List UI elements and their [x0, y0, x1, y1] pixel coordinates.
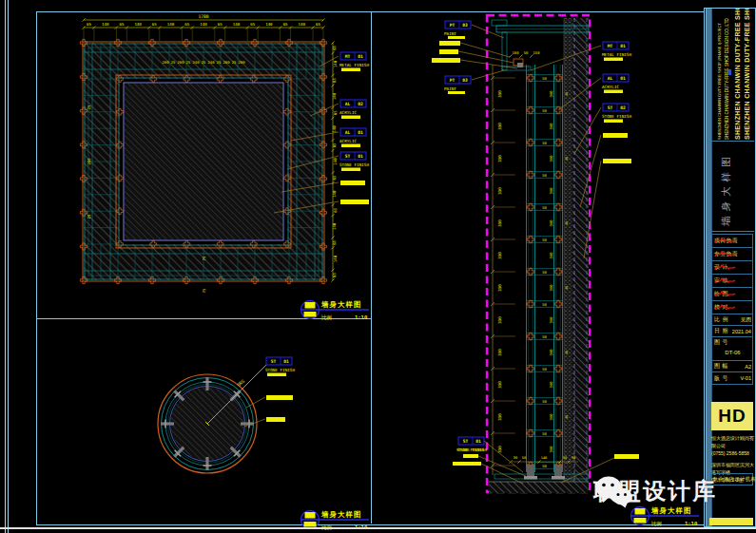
svg-text:350: 350 — [497, 155, 502, 162]
section-left-tag: PT03PAINT — [444, 76, 471, 91]
svg-text:140: 140 — [333, 190, 338, 198]
project-marker — [727, 69, 731, 75]
svg-text:340: 340 — [549, 413, 553, 421]
svg-text:墙身大样图: 墙身大样图 — [650, 506, 692, 515]
svg-text:350: 350 — [497, 252, 502, 259]
svg-text:140: 140 — [200, 22, 207, 27]
svg-text:50: 50 — [542, 302, 547, 307]
svg-text:140: 140 — [333, 92, 338, 100]
section-right-tag: AL01ACRYLIC — [602, 74, 629, 93]
circle-material-tag: ST01STONE FINISH — [265, 357, 295, 376]
svg-text:65: 65 — [316, 22, 320, 27]
titleblock-bottom-bar — [709, 518, 753, 525]
plan-material-tag — [340, 200, 369, 204]
svg-text:50: 50 — [542, 334, 547, 339]
svg-text:50: 50 — [522, 456, 526, 460]
signature-scribble — [714, 302, 736, 313]
svg-text:350: 350 — [497, 381, 502, 389]
svg-text:ACRYLIC: ACRYLIC — [339, 139, 358, 143]
titleblock-sign-row: 校 对 — [712, 301, 752, 314]
svg-text:01: 01 — [475, 439, 481, 444]
titleblock-sign-row: 专业负责 — [712, 248, 752, 261]
svg-text:40: 40 — [565, 92, 569, 96]
svg-text:65: 65 — [333, 45, 338, 49]
titleblock-info-row: 图 号DT-06 — [712, 337, 752, 361]
svg-text:65: 65 — [333, 207, 338, 212]
drawing-title-vertical: 墙身大样图 — [720, 153, 733, 227]
page-edge-line-inner — [8, 0, 9, 533]
svg-text:PAINT: PAINT — [444, 31, 456, 36]
svg-text:140: 140 — [265, 22, 273, 27]
page-edge-line-outer — [5, 0, 6, 533]
svg-text:140: 140 — [333, 255, 338, 262]
svg-text:200 25 200 25 240 25: 200 25 200 25 240 25 240 25 200 25 200 — [163, 60, 246, 65]
titleblock-info-row: 图 幅A2 — [712, 361, 752, 372]
project-name-big2: SHENZHEN CHANWIN DUTY-FREE SHOP DESIGN — [744, 8, 750, 140]
plan-material-tag: AL01ACRYLIC — [339, 128, 366, 147]
titleblock-row-label: 版 号 — [714, 374, 728, 383]
plan-material-tag: AL02ACRYLIC — [339, 100, 366, 119]
titleblock-rows: 项目负责专业负责设 计审 核绘 图校 对比 例见图日 期2021.04图 号DT… — [711, 234, 753, 385]
svg-text:01: 01 — [358, 130, 363, 135]
titleblock-row-value: A2 — [745, 364, 751, 370]
signature-scribble — [714, 249, 736, 259]
titleblock-info-row: 版 号V-01 — [712, 372, 752, 384]
titleblock-row-value: 2021.04 — [732, 329, 751, 334]
square-plan-detail-drawing: 1780651406514065140651406514065140651406… — [36, 10, 371, 319]
svg-text:50: 50 — [542, 367, 547, 371]
svg-text:340: 340 — [549, 316, 553, 324]
svg-text:01: 01 — [620, 44, 626, 48]
svg-text:150: 150 — [533, 50, 541, 55]
svg-text:340: 340 — [549, 155, 553, 162]
drawing-title: 墙身大样图比例1:10 — [630, 506, 699, 527]
svg-text:65: 65 — [333, 110, 338, 115]
svg-text:340: 340 — [549, 252, 553, 259]
svg-text:65: 65 — [333, 143, 338, 147]
svg-text:STONE FINISH: STONE FINISH — [456, 447, 484, 452]
svg-text:50: 50 — [542, 141, 547, 145]
svg-text:140: 140 — [233, 22, 241, 27]
svg-text:40: 40 — [565, 221, 569, 225]
titleblock-row-label: 比 例 — [714, 315, 728, 324]
svg-text:340: 340 — [549, 219, 553, 227]
svg-text:350: 350 — [497, 316, 502, 324]
svg-text:50: 50 — [542, 238, 547, 242]
svg-text:01: 01 — [620, 76, 626, 81]
svg-text:墙身大样图: 墙身大样图 — [320, 510, 362, 519]
svg-text:ACRYLIC: ACRYLIC — [602, 85, 620, 89]
svg-text:50: 50 — [542, 108, 547, 113]
svg-text:40: 40 — [565, 351, 569, 354]
svg-text:MT: MT — [608, 44, 613, 48]
svg-text:AL: AL — [608, 76, 613, 81]
svg-text:50: 50 — [563, 456, 567, 460]
svg-text:350: 350 — [497, 413, 502, 421]
svg-text:65: 65 — [333, 78, 338, 83]
project-name-mid: SHENZHEN CHANWIN DUTY-FREE SHOP DESIGN C… — [725, 18, 729, 140]
svg-text:140: 140 — [167, 22, 175, 27]
svg-text:140: 140 — [333, 222, 338, 230]
section-right-tag: MT01METAL FINISH — [602, 42, 631, 61]
svg-text:PT: PT — [450, 23, 456, 28]
titleblock-divider — [707, 141, 754, 142]
svg-text:65: 65 — [283, 22, 288, 27]
svg-text:65: 65 — [333, 273, 338, 277]
svg-text:ST: ST — [271, 359, 277, 364]
svg-text:50: 50 — [524, 50, 529, 55]
svg-text:65: 65 — [119, 22, 124, 27]
company-info-line: 恒大酒店设计顾问有限公司 — [711, 434, 754, 449]
plan-material-tag: MT01METAL FINISH — [339, 52, 369, 71]
drawing-title: 墙身大样图比例1:10 — [300, 300, 369, 321]
svg-text:1780: 1780 — [198, 14, 208, 19]
plan-material-tag — [340, 181, 365, 185]
svg-text:100: 100 — [513, 50, 520, 55]
svg-text:140: 140 — [102, 22, 109, 27]
svg-text:AL: AL — [345, 130, 351, 135]
svg-text:ACRYLIC: ACRYLIC — [339, 110, 358, 115]
section-right-tag — [603, 133, 628, 138]
titleblock-sign-row: 审 核 — [712, 275, 752, 288]
svg-text:50: 50 — [542, 76, 547, 81]
svg-text:PAINT: PAINT — [444, 86, 456, 91]
svg-text:ST: ST — [345, 154, 351, 159]
svg-text:75: 75 — [202, 257, 206, 261]
svg-text:METAL FINISH: METAL FINISH — [602, 52, 631, 57]
